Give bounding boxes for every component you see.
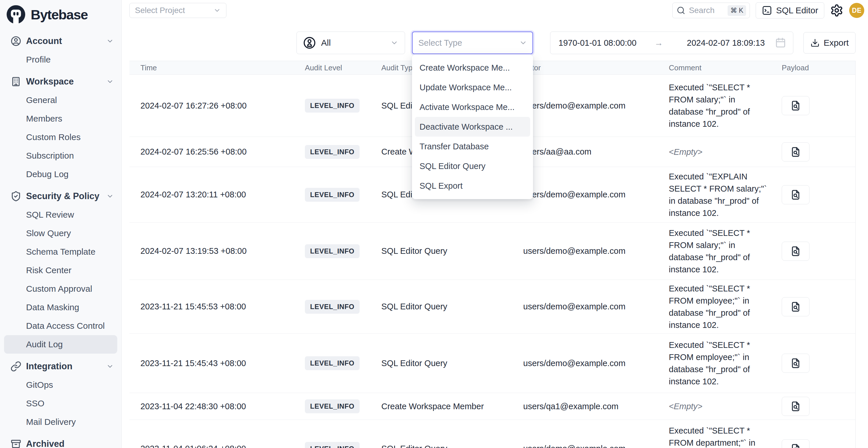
bytebase-logo-icon [6,4,26,25]
sidebar-item-data-access-control[interactable]: Data Access Control [0,317,121,335]
type-dropdown-menu: Create Workspace Me...Update Workspace M… [412,55,533,199]
empty-value: <Empty> [669,147,703,157]
cell-audit-type: SQL Editor Query [381,359,523,368]
sidebar-item-account[interactable]: Account [0,32,121,50]
payload-button[interactable] [782,354,809,373]
cell-actor: users/demo@example.com [523,302,669,311]
sidebar-item-gitops[interactable]: GitOps [0,376,121,394]
cell-actor: users/demo@example.com [523,444,669,448]
menu-item-update-workspace-me[interactable]: Update Workspace Me... [415,77,530,97]
file-search-icon [790,301,801,312]
menu-item-deactivate-workspace[interactable]: Deactivate Workspace ... [415,117,530,137]
sidebar-item-audit-log[interactable]: Audit Log [4,335,117,354]
menu-item-sql-editor-query[interactable]: SQL Editor Query [415,156,530,176]
search-shortcut-badge: ⌘ K [727,5,746,16]
sidebar: Bytebase AccountProfileWorkspaceGeneralM… [0,0,122,448]
sidebar-item-risk-center[interactable]: Risk Center [0,261,121,280]
cell-audit-type: SQL Editor Query [381,246,523,256]
file-search-icon [790,147,801,157]
project-select[interactable]: Select Project [129,3,226,18]
cell-payload [782,297,856,316]
search-placeholder: Search [689,6,715,15]
cell-audit-type: SQL Editor Query [381,302,523,311]
cell-actor: users/demo@example.com [523,246,669,256]
cell-audit-level: LEVEL_INFO [305,145,381,159]
calendar-icon [775,37,786,48]
avatar[interactable]: DE [849,3,864,18]
sidebar-item-security-policy[interactable]: Security & Policy [0,187,121,205]
chevron-down-icon [106,192,114,200]
sidebar-item-label: Integration [26,361,72,372]
date-range-start: 1970-01-01 08:00:00 [558,38,637,48]
sidebar-item-custom-approval[interactable]: Custom Approval [0,280,121,298]
sidebar-item-label: SSO [26,398,44,408]
cell-audit-type: Create Workspace Member [381,402,523,411]
sidebar-item-label: Slow Query [26,228,71,238]
payload-button[interactable] [782,96,809,115]
payload-button[interactable] [782,397,809,416]
actor-filter-select[interactable]: All [297,32,405,54]
cell-comment: <Empty> [669,400,782,412]
sidebar-item-label: GitOps [26,380,53,390]
menu-item-create-workspace-me[interactable]: Create Workspace Me... [415,58,530,77]
sidebar-item-members[interactable]: Members [0,109,121,128]
shield-check-icon [10,191,22,202]
sidebar-item-general[interactable]: General [0,91,121,109]
cell-time: 2024-02-07 13:19:53 +08:00 [129,246,305,256]
table-row: 2023-11-04 01:06:24 +08:00LEVEL_INFOSQL … [129,420,855,448]
cell-time: 2024-02-07 13:20:11 +08:00 [129,190,305,199]
export-button[interactable]: Export [803,32,856,54]
sidebar-nav: AccountProfileWorkspaceGeneralMembersCus… [0,28,121,448]
sidebar-item-data-masking[interactable]: Data Masking [0,298,121,317]
sidebar-item-slow-query[interactable]: Slow Query [0,224,121,243]
sidebar-item-label: Members [26,114,62,124]
cell-time: 2023-11-04 01:06:24 +08:00 [129,444,305,448]
type-select[interactable]: Select Type [412,32,533,54]
sidebar-item-subscription[interactable]: Subscription [0,147,121,165]
sidebar-item-sql-review[interactable]: SQL Review [0,205,121,224]
payload-button[interactable] [782,439,809,448]
file-search-icon [790,443,801,448]
payload-button[interactable] [782,297,809,316]
column-header-audit-level: Audit Level [305,63,381,72]
cell-audit-level: LEVEL_INFO [305,99,381,113]
column-header-actor: Actor [523,63,669,72]
sidebar-item-mail-delivery[interactable]: Mail Delivery [0,413,121,431]
cell-actor: users/aa@aa.com [523,147,669,157]
sidebar-item-integration[interactable]: Integration [0,357,121,376]
sidebar-item-label: General [26,95,57,105]
cell-payload [782,242,856,261]
cell-time: 2023-11-21 15:45:53 +08:00 [129,302,305,311]
avatar-initials: DE [852,7,862,14]
payload-button[interactable] [782,185,809,204]
sidebar-item-custom-roles[interactable]: Custom Roles [0,128,121,147]
arrow-right-icon: → [654,38,663,48]
chevron-down-icon [106,363,114,370]
sidebar-item-archived[interactable]: Archived [0,435,121,448]
sidebar-item-label: Schema Template [26,247,96,257]
level-badge: LEVEL_INFO [305,399,360,413]
sidebar-item-debug-log[interactable]: Debug Log [0,165,121,184]
menu-item-sql-export[interactable]: SQL Export [415,176,530,196]
sidebar-item-schema-template[interactable]: Schema Template [0,243,121,261]
sql-editor-button[interactable]: SQL Editor [756,2,824,19]
bytebase-logo[interactable]: Bytebase [0,0,121,28]
sidebar-item-workspace[interactable]: Workspace [0,72,121,91]
gear-icon[interactable] [830,4,843,17]
level-badge: LEVEL_INFO [305,300,360,314]
chevron-down-icon [106,37,114,45]
sidebar-item-label: Debug Log [26,169,69,179]
cell-comment: Executed `"SELECT * FROM employee;"` in … [669,339,782,387]
sidebar-item-label: Data Access Control [26,321,105,331]
payload-button[interactable] [782,242,809,261]
cell-audit-level: LEVEL_INFO [305,300,381,314]
sidebar-item-sso[interactable]: SSO [0,394,121,413]
date-range-picker[interactable]: 1970-01-01 08:00:00 → 2024-02-07 18:09:1… [550,32,793,54]
menu-item-activate-workspace-me[interactable]: Activate Workspace Me... [415,97,530,117]
payload-button[interactable] [782,142,809,161]
sidebar-item-profile[interactable]: Profile [0,50,121,69]
search-input[interactable]: Search ⌘ K [672,3,750,18]
table-row: 2023-11-21 15:45:43 +08:00LEVEL_INFOSQL … [129,334,855,393]
sidebar-item-label: Security & Policy [26,191,99,201]
menu-item-transfer-database[interactable]: Transfer Database [415,137,530,156]
